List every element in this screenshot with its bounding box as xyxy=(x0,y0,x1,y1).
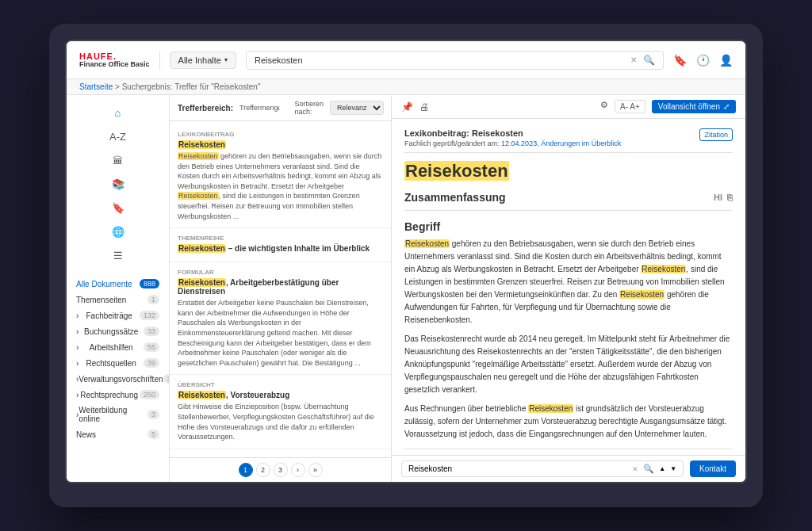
main-title: Reisekosten xyxy=(404,161,733,181)
divider-2 xyxy=(404,449,733,449)
sidebar-icon-home[interactable]: ⌂ xyxy=(104,101,132,124)
lexikon-title: Lexikonbeitrag: Reisekosten xyxy=(404,128,621,138)
card-title-3: Reisekosten, Vorsteuerabzug xyxy=(178,391,383,399)
card-snippet-3: Gibt Hinweise die Einzieposition (bspw. … xyxy=(178,402,383,441)
toggle-label: Treffermenge xyxy=(239,104,282,112)
toolbar-icons: 📌 🖨 xyxy=(401,101,429,113)
sidebar: ⌂ A-Z 🏛 📚 🔖 🌐 ☰ Alle Dokumente 888 xyxy=(67,95,170,482)
card-title-2: Reisekosten, Arbeitgeberbestätigung über… xyxy=(178,278,383,296)
lexikon-meta: Fachlich geprüft/geändert am: 12.04.2023… xyxy=(404,139,621,147)
sidebar-icon-group: ⌂ A-Z 🏛 📚 🔖 🌐 ☰ xyxy=(67,95,169,273)
sidebar-icon-building[interactable]: 🏛 xyxy=(104,149,132,171)
detail-footer: ✕ 🔍 ▲ ▼ Kontakt xyxy=(392,455,745,482)
chevron-down-icon[interactable]: ▼ xyxy=(670,465,676,472)
brand-name: HAUFE. xyxy=(79,52,150,61)
page-btn-next[interactable]: › xyxy=(291,463,305,477)
user-icon[interactable]: 👤 xyxy=(719,54,733,67)
results-toolbar: Trefferbereich: Treffermenge Sortieren n… xyxy=(170,95,391,121)
chevron-up-icon[interactable]: ▲ xyxy=(659,465,665,472)
result-card-2[interactable]: Formular Reisekosten, Arbeitgeberbestäti… xyxy=(170,262,391,375)
haufe-logo: HAUFE. Finance Office Basic xyxy=(79,52,150,68)
detail-panel: 📌 🖨 ⚙ A- A+ Vollansicht öffnen ⤢ xyxy=(392,95,745,482)
card-type-2: Formular xyxy=(178,269,383,276)
settings-icon[interactable]: ⚙ xyxy=(600,100,608,113)
vollansicht-button[interactable]: Vollansicht öffnen ⤢ xyxy=(652,100,736,113)
sidebar-icon-book[interactable]: 📚 xyxy=(104,173,132,195)
footer-search-input[interactable] xyxy=(408,464,627,473)
sidebar-item-rechtsprechung[interactable]: › Rechtsprechung 250 xyxy=(67,387,169,403)
close-icon[interactable]: ✕ xyxy=(630,55,637,64)
section-begriff: Begriff xyxy=(404,220,733,233)
sidebar-icon-az[interactable]: A-Z xyxy=(104,125,132,147)
sidebar-item-buchungssaetze[interactable]: › Buchungssätze 33 xyxy=(67,323,169,339)
sidebar-nav: Alle Dokumente 888 Themenseiten 1 › Fach… xyxy=(67,273,169,482)
card-snippet-0: Reisekosten gehören zu den Betriebsausga… xyxy=(178,151,383,221)
page-btn-last[interactable]: » xyxy=(308,463,323,477)
card-type-0: Lexikonbeitrag xyxy=(178,131,383,138)
search-icon[interactable]: 🔍 xyxy=(643,55,655,66)
footer-search-bar[interactable]: ✕ 🔍 ▲ ▼ xyxy=(401,460,684,477)
result-card-4[interactable]: Lexikonbeitrag Reisekosten, Ausland Reis… xyxy=(170,449,391,457)
laptop-frame: HAUFE. Finance Office Basic Alle Inhalte… xyxy=(49,24,763,507)
sidebar-item-rechtsquellen[interactable]: › Rechtsquellen 39 xyxy=(67,355,169,371)
breadcrumb-separator: > xyxy=(115,82,120,91)
sidebar-item-verwaltungsvorschriften[interactable]: › Verwaltungsvorschriften 379 xyxy=(67,371,169,387)
search-icon-footer[interactable]: 🔍 xyxy=(643,464,654,474)
font-size-btn[interactable]: A- A+ xyxy=(615,100,645,113)
divider-1 xyxy=(404,210,733,211)
card-type-3: Übersicht xyxy=(178,381,383,388)
body-text-1: Reisekosten gehören zu den Betriebsausga… xyxy=(404,238,733,441)
result-card-0[interactable]: Lexikonbeitrag Reisekosten Reisekosten g… xyxy=(170,124,391,228)
copy-icon[interactable]: ⎘ xyxy=(727,193,733,202)
nav-dropdown[interactable]: Alle Inhalte ▾ xyxy=(170,52,236,69)
pagination: 1 2 3 › » xyxy=(170,457,391,482)
sort-select[interactable]: Relevanz xyxy=(330,101,384,115)
print-icon[interactable]: 🖨 xyxy=(419,101,429,113)
sidebar-item-fachbeitraege[interactable]: › Fachbeiträge 132 xyxy=(67,308,169,323)
meta-date-link[interactable]: 12.04.2023, Änderungen im Überblick xyxy=(501,139,621,147)
section-zusammenfassung: Zusammenfassung HI ⎘ xyxy=(404,191,733,204)
sidebar-icon-globe[interactable]: 🌐 xyxy=(104,220,132,243)
card-title-0: Reisekosten xyxy=(178,140,383,149)
sidebar-item-weiterbildung[interactable]: › Weiterbildung online 3 xyxy=(67,403,169,426)
top-search-bar[interactable]: ✕ 🔍 xyxy=(246,51,664,70)
sidebar-item-themenseiten[interactable]: Themenseiten 1 xyxy=(67,292,169,308)
expand-icon: ⤢ xyxy=(723,102,730,111)
hi-icon[interactable]: HI xyxy=(714,193,722,202)
chevron-down-icon: ▾ xyxy=(224,56,228,63)
top-search-input[interactable] xyxy=(255,55,624,65)
breadcrumb-current: Suchergebnis: Treffer für "Reisekosten" xyxy=(122,82,261,91)
sidebar-icon-list[interactable]: ☰ xyxy=(104,244,132,266)
detail-content: Lexikonbeitrag: Reisekosten Fachlich gep… xyxy=(392,119,745,455)
breadcrumb: Startseite > Suchergebnis: Treffer für "… xyxy=(67,79,745,95)
results-panel: Trefferbereich: Treffermenge Sortieren n… xyxy=(170,95,392,482)
clock-icon[interactable]: 🕐 xyxy=(696,54,710,67)
pin-icon[interactable]: 📌 xyxy=(401,101,413,113)
page-btn-2[interactable]: 2 xyxy=(256,463,270,477)
toolbar-right-icons: ⚙ A- A+ xyxy=(600,100,645,113)
sort-label: Sortieren nach: xyxy=(295,100,324,116)
page-btn-1[interactable]: 1 xyxy=(239,463,253,477)
bookmark-icon[interactable]: 🔖 xyxy=(673,54,687,67)
top-separator-1 xyxy=(159,51,160,70)
detail-toolbar: 📌 🖨 ⚙ A- A+ Vollansicht öffnen ⤢ xyxy=(392,95,745,119)
lexikon-header: Lexikonbeitrag: Reisekosten Fachlich gep… xyxy=(404,128,733,153)
close-icon-footer[interactable]: ✕ xyxy=(632,465,638,473)
card-type-1: Themenreihe xyxy=(178,235,383,242)
product-name: Finance Office Basic xyxy=(79,61,150,68)
card-title-1: Reisekosten – die wichtigsten Inhalte im… xyxy=(178,244,383,253)
page-btn-3[interactable]: 3 xyxy=(274,463,288,477)
sidebar-item-news[interactable]: News 5 xyxy=(67,426,169,442)
top-bar: HAUFE. Finance Office Basic Alle Inhalte… xyxy=(67,41,745,79)
zitation-button[interactable]: Zitation xyxy=(699,128,733,141)
result-card-3[interactable]: Übersicht Reisekosten, Vorsteuerabzug Gi… xyxy=(170,375,391,449)
contact-button[interactable]: Kontakt xyxy=(690,460,736,477)
breadcrumb-startseite[interactable]: Startseite xyxy=(79,82,113,91)
results-header: Trefferbereich: xyxy=(178,104,233,113)
sidebar-item-arbeitshilfen[interactable]: › Arbeitshilfen 55 xyxy=(67,339,169,355)
screen: HAUFE. Finance Office Basic Alle Inhalte… xyxy=(65,40,747,483)
result-card-1[interactable]: Themenreihe Reisekosten – die wichtigste… xyxy=(170,228,391,262)
sidebar-item-alle-dokumente[interactable]: Alle Dokumente 888 xyxy=(67,276,169,292)
main-content: ⌂ A-Z 🏛 📚 🔖 🌐 ☰ Alle Dokumente 888 xyxy=(67,95,745,482)
sidebar-icon-bookmark[interactable]: 🔖 xyxy=(104,197,132,219)
